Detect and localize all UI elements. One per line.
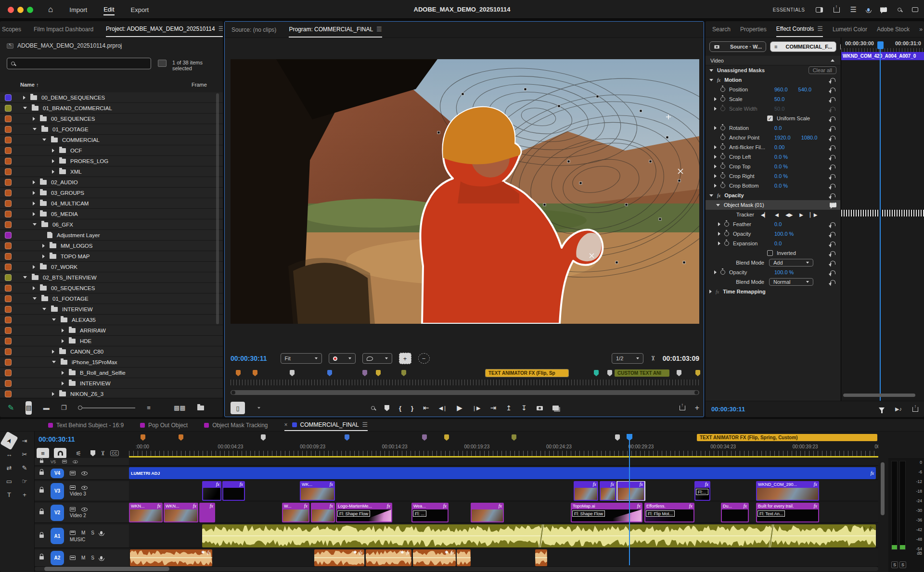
- label-color-chip[interactable]: [5, 115, 12, 122]
- settings-wrench-icon[interactable]: ✂: [649, 356, 657, 361]
- playback-resolution-dropdown[interactable]: 1/2: [612, 353, 643, 364]
- clip-w-[interactable]: W...fx: [282, 503, 309, 522]
- sequence-tab-object-mask-tracking[interactable]: Object Mask Tracking: [204, 419, 268, 431]
- clip[interactable]: fx: [311, 503, 335, 522]
- disclosure-open-icon[interactable]: [42, 139, 46, 141]
- clip-wk-[interactable]: WK...fx: [300, 481, 335, 501]
- label-color-chip[interactable]: [5, 327, 12, 334]
- reset-parameter-icon[interactable]: [830, 107, 835, 111]
- stopwatch-icon[interactable]: [724, 241, 729, 246]
- bin-row-mm-logos[interactable]: MM_LOGOS: [0, 241, 223, 251]
- effect-row-crop-left[interactable]: Crop Left0.0 %: [706, 152, 840, 162]
- source-patch-icon[interactable]: [70, 507, 76, 511]
- track-header-a1[interactable]: A1MSMUSIC: [35, 524, 129, 548]
- clip[interactable]: fx: [574, 481, 598, 501]
- disclosure-closed-icon[interactable]: [62, 371, 64, 375]
- source-patch-icon[interactable]: [70, 471, 76, 475]
- disclosure-open-icon[interactable]: [52, 318, 56, 321]
- workspace-layout-icon[interactable]: [816, 7, 823, 13]
- label-color-chip[interactable]: [5, 359, 12, 366]
- find-icon[interactable]: [158, 60, 167, 67]
- blend-mode-dropdown[interactable]: Add: [769, 259, 813, 267]
- collapse-section-icon[interactable]: [831, 59, 834, 62]
- column-header-name[interactable]: Name ↑: [20, 82, 39, 88]
- track-lock-icon[interactable]: [39, 556, 44, 559]
- track-header-a2[interactable]: A2MS: [35, 549, 129, 567]
- disclosure-closed-icon[interactable]: [714, 174, 717, 178]
- track-name[interactable]: Video 2: [70, 513, 88, 518]
- source-clip-button[interactable]: Source · W...: [709, 41, 766, 52]
- play-button[interactable]: ▶: [457, 404, 462, 412]
- track-lock-icon[interactable]: [40, 460, 43, 463]
- step-back-button[interactable]: ◀❘: [439, 405, 448, 411]
- stopwatch-icon[interactable]: [720, 145, 725, 150]
- stopwatch-icon[interactable]: [720, 135, 725, 140]
- parameter-value[interactable]: 50.0: [774, 106, 784, 112]
- disclosure-closed-icon[interactable]: [714, 126, 717, 130]
- comments-icon[interactable]: [880, 7, 887, 12]
- add-button-plus[interactable]: +: [695, 404, 699, 412]
- timeline-marker[interactable]: [261, 434, 266, 441]
- sequence-clip-button[interactable]: ≡COMMERCIAL_F...: [770, 41, 836, 52]
- bin-row-interview[interactable]: INTERVIEW: [0, 304, 223, 315]
- label-color-chip[interactable]: [5, 105, 12, 112]
- track-header-v3[interactable]: V3Video 3: [35, 481, 129, 501]
- track-lock-icon[interactable]: [39, 534, 44, 538]
- effect-row-expansion[interactable]: Expansion0.0: [706, 239, 840, 248]
- comparison-view-button[interactable]: ▯: [231, 402, 245, 414]
- effect-row-object-mask-01-[interactable]: Object Mask (01): [706, 200, 840, 210]
- bin-row-07-work[interactable]: 07_WORK: [0, 262, 223, 272]
- bin-row-topo-map[interactable]: TOPO MAP: [0, 251, 223, 262]
- parameter-value[interactable]: 0.0 %: [774, 183, 788, 189]
- track-output-eye-icon[interactable]: [81, 471, 88, 475]
- timeline-ruler[interactable]: :00:0000:00:04:2300:00:09:2300:00:14:230…: [129, 432, 878, 458]
- mute-track-button[interactable]: M: [81, 530, 85, 535]
- panel-menu-icon[interactable]: ☰: [362, 419, 368, 433]
- disclosure-open-icon[interactable]: [52, 361, 56, 363]
- label-color-chip[interactable]: [5, 200, 12, 207]
- bin-row-canon-c80[interactable]: CANON_C80: [0, 346, 223, 357]
- effect-row-inverted[interactable]: Inverted: [706, 248, 840, 258]
- clip[interactable]: fx: [222, 481, 245, 501]
- reset-parameter-icon[interactable]: [830, 222, 835, 226]
- tab-adobe-stock[interactable]: Adobe Stock: [877, 21, 910, 37]
- effect-row-anti-flicker-fil-[interactable]: Anti-flicker Fil...0.00: [706, 142, 840, 152]
- track-lock-icon[interactable]: [39, 489, 44, 493]
- disclosure-open-icon[interactable]: [709, 69, 713, 72]
- effect-row-blend-mode[interactable]: Blend ModeNormal: [706, 277, 840, 287]
- clip-topomap-ai[interactable]: TopoMap.aifxFl: Shape Flow: [571, 503, 642, 522]
- parameter-value[interactable]: 1080.0: [801, 135, 818, 140]
- quick-export-icon[interactable]: ↑: [834, 7, 840, 13]
- reset-parameter-icon[interactable]: [830, 136, 835, 140]
- reset-parameter-icon[interactable]: [830, 251, 835, 255]
- work-area-bar[interactable]: [129, 456, 878, 458]
- reset-parameter-icon[interactable]: [830, 184, 835, 188]
- sequence-marker[interactable]: [290, 370, 295, 376]
- reset-parameter-icon[interactable]: [830, 270, 835, 274]
- clip[interactable]: ✱fx: [130, 549, 212, 566]
- disclosure-open-icon[interactable]: [33, 128, 37, 130]
- sequence-marker[interactable]: [327, 370, 332, 376]
- sequence-marker[interactable]: [362, 370, 367, 376]
- parameter-value[interactable]: 0.0: [774, 125, 782, 131]
- track-output-eye-icon[interactable]: [73, 460, 77, 463]
- sequence-marker[interactable]: [236, 370, 241, 376]
- disclosure-closed-icon[interactable]: [23, 96, 26, 100]
- effect-keyframe-lane[interactable]: 00:00:30:00 00:00:31:0 WKND_COM_420_A004…: [841, 38, 924, 401]
- bin-row-hde[interactable]: HDE: [0, 336, 223, 346]
- effect-row-opacity[interactable]: fxOpacity: [706, 191, 840, 200]
- track-both-button[interactable]: ◀▶: [785, 212, 793, 217]
- blend-mode-dropdown[interactable]: Normal: [769, 278, 813, 286]
- clear-all-button[interactable]: Clear all: [808, 66, 836, 74]
- lane-hscrollbar[interactable]: [843, 394, 915, 397]
- parameter-value[interactable]: 0.0 %: [774, 154, 788, 160]
- clip[interactable]: [457, 549, 471, 566]
- timeline-hscrollbar-thumb[interactable]: [44, 567, 169, 571]
- reset-parameter-icon[interactable]: [830, 145, 835, 149]
- disclosure-closed-icon[interactable]: [33, 212, 35, 216]
- clip-wknd-com-290-[interactable]: WKND_COM_290...fx: [756, 481, 819, 501]
- bin-row-arriraw[interactable]: ARRIRAW: [0, 325, 223, 336]
- effect-row-crop-right[interactable]: Crop Right0.0 %: [706, 171, 840, 181]
- captions-badge[interactable]: CC: [110, 450, 119, 456]
- search-input[interactable]: [7, 58, 151, 69]
